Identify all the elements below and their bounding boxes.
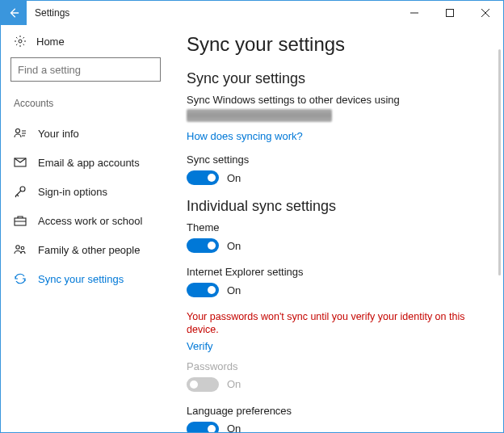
svg-point-1 (19, 40, 22, 43)
verify-link[interactable]: Verify (187, 340, 479, 352)
page-title: Sync your settings (187, 33, 479, 56)
minimize-button[interactable] (397, 1, 432, 25)
sidebar-item-email[interactable]: Email & app accounts (10, 148, 161, 177)
theme-toggle[interactable] (187, 238, 219, 253)
search-field[interactable] (18, 64, 153, 76)
home-button[interactable]: Home (10, 35, 161, 48)
svg-point-3 (16, 129, 20, 133)
key-icon (14, 185, 27, 198)
gear-icon (14, 35, 27, 48)
sync-description: Sync Windows settings to other devices u… (187, 94, 479, 106)
sidebar-item-label: Email & app accounts (38, 157, 140, 169)
passwords-state: On (227, 378, 241, 390)
people-icon (14, 243, 27, 256)
search-input[interactable] (10, 57, 161, 82)
svg-point-8 (21, 246, 24, 250)
sync-icon (14, 272, 27, 285)
section-heading: Sync your settings (187, 70, 479, 87)
sidebar-item-sync[interactable]: Sync your settings (10, 264, 161, 293)
sync-settings-label: Sync settings (187, 153, 479, 166)
svg-rect-0 (447, 10, 454, 17)
language-state: On (227, 422, 241, 432)
svg-point-7 (16, 246, 19, 249)
maximize-button[interactable] (432, 1, 468, 25)
sidebar-item-label: Sync your settings (38, 273, 124, 285)
sidebar-item-family[interactable]: Family & other people (10, 235, 161, 264)
how-syncing-works-link[interactable]: How does syncing work? (187, 130, 479, 142)
sync-settings-state: On (227, 172, 241, 184)
language-toggle[interactable] (187, 422, 219, 433)
sidebar-item-label: Your info (38, 128, 79, 140)
theme-state: On (227, 240, 241, 252)
scrollbar[interactable] (498, 49, 501, 275)
close-button[interactable] (468, 1, 503, 25)
sidebar-item-label: Sign-in options (38, 186, 107, 198)
sidebar-item-label: Access work or school (38, 215, 142, 227)
ie-toggle[interactable] (187, 283, 219, 297)
briefcase-icon (14, 214, 27, 227)
content-pane: Sync your settings Sync your settings Sy… (170, 25, 503, 432)
email-icon (14, 156, 27, 169)
section-label: Accounts (10, 98, 161, 109)
sync-settings-toggle[interactable] (187, 170, 219, 185)
passwords-label: Passwords (187, 360, 479, 372)
language-label: Language preferences (187, 405, 479, 417)
sidebar-item-work-school[interactable]: Access work or school (10, 206, 161, 235)
home-label: Home (36, 36, 65, 48)
theme-label: Theme (187, 221, 479, 233)
your-info-icon (14, 127, 27, 140)
sidebar-item-your-info[interactable]: Your info (10, 119, 161, 148)
sidebar: Home Accounts Your info Email & app acco… (1, 25, 170, 432)
passwords-toggle (187, 377, 219, 392)
individual-heading: Individual sync settings (187, 198, 479, 215)
window-title: Settings (35, 7, 69, 19)
ie-label: Internet Explorer settings (187, 266, 479, 278)
password-warning: Your passwords won't sync until you veri… (187, 310, 479, 337)
ie-state: On (227, 284, 241, 296)
account-redacted (187, 109, 332, 122)
sidebar-item-label: Family & other people (38, 244, 140, 256)
sidebar-item-signin[interactable]: Sign-in options (10, 177, 161, 206)
back-button[interactable] (1, 1, 27, 25)
